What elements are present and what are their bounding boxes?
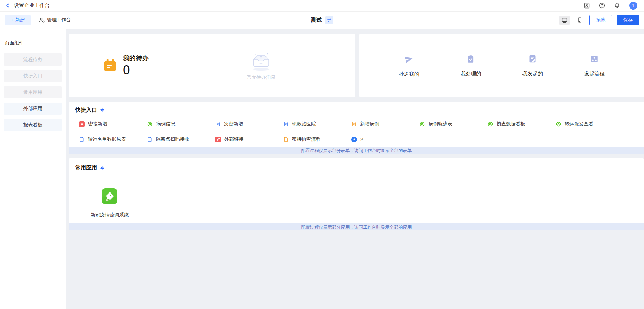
avatar[interactable]: 1 xyxy=(629,2,637,10)
switch-workspace-button[interactable] xyxy=(325,16,333,24)
shortcut-case-info[interactable]: 病例信息 xyxy=(147,121,215,127)
blue-count-icon xyxy=(351,137,357,142)
send-icon xyxy=(404,54,414,64)
workspace-editor: 设置企业工作台 xyxy=(0,0,644,309)
quick-entry-note: 配置过程仅展示部分表单，访问工作台时显示全部的表单 xyxy=(69,147,644,154)
common-apps-title: 常用应用 xyxy=(75,164,97,171)
process-actions-card: 抄送我的 我处理的 xyxy=(359,34,644,97)
action-handled-by-me[interactable]: 我处理的 xyxy=(461,55,481,77)
shortcut-secondary-contact-add[interactable]: 次密新增 xyxy=(215,121,283,127)
shortcut-close-contact-add[interactable]: 密接新增 xyxy=(79,121,147,127)
todo-count: 0 xyxy=(123,63,149,77)
todo-title: 我的待办 xyxy=(123,54,149,63)
toolbar: + 新建 管理工作台 测试 xyxy=(0,12,644,29)
sidebar-item-report-board[interactable]: 报表看板 xyxy=(4,119,62,131)
app-covid-survey-system[interactable]: 新冠疫情流调系统 xyxy=(82,188,138,218)
back-icon xyxy=(5,3,11,8)
shortcut-more-count[interactable]: 2 xyxy=(351,136,419,142)
shortcut-external-link[interactable]: 外部链接 xyxy=(215,136,283,142)
swap-icon xyxy=(326,17,332,23)
sidebar-item-common-apps: 常用应用 xyxy=(4,86,62,98)
orange-doc-icon xyxy=(351,121,357,127)
common-apps-note: 配置过程仅展示部分应用，访问工作台时显示全部的应用 xyxy=(69,223,644,230)
shortcut-grid: 密接新增 病例信息 次密新增 现救治医院 xyxy=(69,121,644,142)
workspace-name: 测试 xyxy=(311,17,322,24)
flow-icon xyxy=(590,55,599,63)
sidebar-title: 页面组件 xyxy=(4,40,62,46)
plus-icon: + xyxy=(11,17,13,23)
quick-entry-settings-button[interactable] xyxy=(100,108,104,112)
shortcut-transfer-dispatch-view[interactable]: 转运派发查看 xyxy=(556,121,624,127)
save-button[interactable]: 保存 xyxy=(617,15,639,25)
action-cc-to-me[interactable]: 抄送我的 xyxy=(399,54,419,77)
empty-message: 暂无待办消息 xyxy=(247,74,275,80)
orange-doc-icon xyxy=(283,137,289,142)
empty-inbox-illustration xyxy=(248,51,274,72)
blue-doc-icon xyxy=(147,137,152,142)
action-start-process[interactable]: 发起流程 xyxy=(584,55,605,77)
mobile-icon xyxy=(577,17,583,23)
topbar: 设置企业工作台 xyxy=(0,0,644,12)
shortcut-treating-hospital[interactable]: 现救治医院 xyxy=(283,121,351,127)
quick-entry-title: 快捷入口 xyxy=(75,107,97,114)
action-initiated-by-me[interactable]: 我发起的 xyxy=(522,54,543,77)
sidebar-item-external-apps[interactable]: 外部应用 xyxy=(4,103,62,115)
clipboard-check-icon xyxy=(466,55,475,63)
page-title: 设置企业工作台 xyxy=(14,2,50,9)
gear-icon xyxy=(100,166,104,170)
help-icon[interactable] xyxy=(599,2,605,9)
shortcut-new-case[interactable]: 新增病例 xyxy=(351,121,419,127)
shortcut-assist-data-board[interactable]: 协查数据看板 xyxy=(487,121,556,127)
shortcut-close-contact-assist-flow[interactable]: 密接协查流程 xyxy=(283,136,351,142)
quick-entry-card: 快捷入口 密接新增 xyxy=(69,102,644,154)
blue-doc-icon xyxy=(215,121,221,127)
contacts-icon[interactable] xyxy=(583,2,590,9)
green-target-icon xyxy=(419,121,425,127)
desktop-view-button[interactable] xyxy=(559,16,570,25)
green-target-icon xyxy=(487,121,493,127)
shortcut-transfer-list-raw-table[interactable]: 转运名单数据原表 xyxy=(79,136,147,142)
back-button[interactable] xyxy=(5,3,11,8)
mobile-view-button[interactable] xyxy=(574,16,585,25)
shortcut-case-track-table[interactable]: 病例轨迹表 xyxy=(419,121,487,127)
blue-doc-icon xyxy=(79,137,84,142)
sidebar-item-quick-entry: 快捷入口 xyxy=(4,70,62,82)
manage-workbench-button[interactable]: 管理工作台 xyxy=(39,17,71,23)
green-target-icon xyxy=(147,121,153,127)
common-apps-settings-button[interactable] xyxy=(100,166,104,170)
user-gear-icon xyxy=(39,17,45,23)
tag-app-icon xyxy=(102,188,117,204)
green-target-icon xyxy=(556,121,561,127)
red-link-icon xyxy=(215,137,221,142)
desktop-icon xyxy=(561,17,568,24)
workspace-canvas: 我的待办 0 暂 xyxy=(66,29,644,309)
common-apps-card: 常用应用 xyxy=(69,158,644,230)
sidebar-item-process-todo: 流程待办 xyxy=(4,53,62,66)
components-sidebar: 页面组件 流程待办 快捷入口 常用应用 外部应用 报表看板 xyxy=(0,29,66,309)
shortcut-isolation-scan-receive[interactable]: 隔离点扫码接收 xyxy=(147,136,215,142)
briefcase-icon xyxy=(103,59,117,73)
my-todo-card: 我的待办 0 暂 xyxy=(69,34,355,97)
blue-doc-icon xyxy=(283,121,289,127)
red-person-icon xyxy=(79,121,85,127)
doc-edit-icon xyxy=(528,54,537,63)
new-button[interactable]: + 新建 xyxy=(5,15,31,25)
gear-icon xyxy=(100,108,104,112)
bell-icon[interactable] xyxy=(614,2,621,9)
preview-button[interactable]: 预览 xyxy=(589,15,612,25)
